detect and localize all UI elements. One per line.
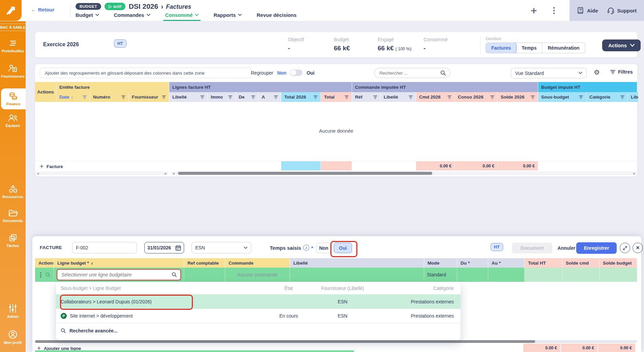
search-icon[interactable] xyxy=(440,70,446,76)
column-conso-2026[interactable]: Conso 2026 xyxy=(455,92,498,102)
view-select[interactable]: Vue Standard xyxy=(511,68,587,78)
collapse-left-icon[interactable]: ‹ xyxy=(91,260,93,266)
column-ref[interactable]: Réf xyxy=(352,92,381,102)
filter-icon[interactable] xyxy=(162,96,166,99)
kebab-menu-icon[interactable]: ⋮ xyxy=(550,6,558,15)
fournisseur-select[interactable]: ESN xyxy=(192,242,251,253)
aide-button[interactable]: Aide xyxy=(577,7,598,14)
regrouper-non[interactable]: Non xyxy=(277,70,286,76)
filter-icon[interactable] xyxy=(228,96,232,99)
add-facture-button[interactable]: + Facture xyxy=(40,163,63,170)
sidebar-item-ressources[interactable]: Ressources xyxy=(0,185,26,199)
col-solde-cmd[interactable]: Solde cmd xyxy=(562,258,599,268)
panel-scrollbar-thumb[interactable] xyxy=(35,340,535,343)
column-categorie[interactable]: Catégorie xyxy=(586,92,628,102)
scroll-left-icon[interactable]: ◄ xyxy=(36,172,39,175)
document-button[interactable]: Document xyxy=(512,243,552,253)
sidebar-item-documents[interactable]: Documents xyxy=(0,209,26,223)
column-cmd-2026[interactable]: Cmd 2026 xyxy=(416,92,455,102)
table-search-input[interactable] xyxy=(379,70,438,76)
filter-icon[interactable] xyxy=(274,96,278,99)
enregistrer-button[interactable]: Enregistrer xyxy=(576,242,617,254)
filter-icon[interactable] xyxy=(83,96,87,99)
row-du-cell[interactable] xyxy=(457,268,488,282)
calendar-icon[interactable] xyxy=(175,245,181,251)
filter-icon[interactable] xyxy=(531,96,535,99)
row-libelle-cell[interactable] xyxy=(290,268,424,282)
tab-temps[interactable]: Temps xyxy=(516,43,542,53)
column-libelle-cmd[interactable]: Libellé xyxy=(381,92,416,102)
column-numero[interactable]: Numéro xyxy=(90,92,129,102)
kebab-menu-icon[interactable]: ⋮ xyxy=(38,271,43,278)
scroll-right-icon[interactable]: ► xyxy=(164,172,167,175)
sidebar-item-admin[interactable]: Admin xyxy=(0,304,26,319)
ligne-budget-search[interactable] xyxy=(57,269,181,280)
scroll-left-icon[interactable]: ◄ xyxy=(172,172,175,175)
dropdown-option-site-internet[interactable]: P Site internet > développement En cours… xyxy=(56,309,461,323)
column-total-2026[interactable]: Total 2026 xyxy=(281,92,321,102)
ht-badge[interactable]: HT xyxy=(491,243,503,251)
app-logo[interactable] xyxy=(0,0,22,21)
regrouper-oui[interactable]: Oui xyxy=(306,70,314,76)
column-date[interactable]: Date↓ xyxy=(56,92,90,102)
tab-remuneration[interactable]: Rémunération xyxy=(542,43,585,53)
column-libelle[interactable]: Libellé xyxy=(169,92,208,102)
expand-icon[interactable]: ⤢ xyxy=(620,243,630,253)
nav-rapports[interactable]: Rapports xyxy=(213,11,242,21)
col-du[interactable]: Du * xyxy=(457,258,488,268)
filter-icon[interactable] xyxy=(314,96,318,99)
column-sous-budget[interactable]: Sous-budget xyxy=(538,92,586,102)
col-ligne-budget[interactable]: Ligne budget * ‹ xyxy=(54,258,184,268)
filter-icon[interactable] xyxy=(200,96,204,99)
info-icon[interactable]: i xyxy=(303,245,309,251)
filter-icon[interactable] xyxy=(345,96,349,99)
add-icon[interactable]: + xyxy=(530,5,537,16)
temps-non-button[interactable]: Non xyxy=(316,243,331,253)
col-total-ht[interactable]: Total HT xyxy=(525,258,562,268)
gear-icon[interactable]: ⚙ xyxy=(594,68,600,76)
row-commande-cell[interactable]: Aucune commande xyxy=(225,268,290,282)
ligne-budget-search-input[interactable] xyxy=(61,272,172,278)
col-au[interactable]: Au * xyxy=(488,258,525,268)
back-button[interactable]: ← Retour xyxy=(31,7,54,12)
temps-oui-button[interactable]: Oui xyxy=(334,243,352,253)
frozen-scrollbar-track[interactable]: ◄ ► xyxy=(35,171,169,175)
nav-revue-decisions[interactable]: Revue décisions xyxy=(257,11,296,21)
actions-button[interactable]: Actions xyxy=(602,39,641,51)
support-button[interactable]: Support xyxy=(607,7,637,15)
scroll-right-icon[interactable]: ► xyxy=(633,172,636,175)
dropdown-option-leonard-dupuis[interactable]: Collaborateurs > Leonard Dupuis (01/2026… xyxy=(56,294,461,309)
search-icon[interactable] xyxy=(46,272,51,277)
sidebar-item-equipes[interactable]: Équipes xyxy=(0,114,26,128)
nav-budget[interactable]: Budget xyxy=(76,11,99,21)
column-de[interactable]: De xyxy=(236,92,259,102)
column-immo[interactable]: Immo xyxy=(208,92,236,102)
row-mode-cell[interactable]: Standard xyxy=(424,268,457,282)
scrollbar-thumb[interactable] xyxy=(178,172,432,175)
panel-scrollbar-track[interactable] xyxy=(35,340,637,343)
col-libelle[interactable]: Libellé xyxy=(290,258,424,268)
filter-icon[interactable] xyxy=(447,96,451,99)
col-commande[interactable]: Commande xyxy=(225,258,290,268)
search-icon[interactable] xyxy=(172,272,177,277)
column-solde-2026[interactable]: Solde 2026 xyxy=(498,92,538,102)
main-scrollbar-track[interactable]: ◄ ► xyxy=(171,171,637,175)
group-drop-zone[interactable]: Ajouter des regroupements en glissant-dé… xyxy=(40,67,252,78)
row-au-cell[interactable] xyxy=(488,268,525,282)
column-total[interactable]: Total xyxy=(321,92,352,102)
filter-icon[interactable] xyxy=(251,96,255,99)
col-mode[interactable]: Mode xyxy=(424,258,457,268)
ht-badge[interactable]: HT xyxy=(114,39,126,48)
row-ref-comptable-cell[interactable] xyxy=(184,268,225,282)
nav-consomme[interactable]: Consommé xyxy=(165,11,199,21)
filter-icon[interactable] xyxy=(373,96,377,99)
sidebar-item-portefeuilles[interactable]: Portefeuilles xyxy=(0,39,26,53)
col-ref-comptable[interactable]: Ref comptable xyxy=(184,258,225,268)
numero-input[interactable] xyxy=(72,242,137,253)
filter-icon[interactable] xyxy=(490,96,494,99)
regrouper-toggle[interactable] xyxy=(290,70,302,76)
filter-icon[interactable] xyxy=(409,96,413,99)
nav-commandes[interactable]: Commandes xyxy=(114,11,150,21)
sidebar-item-finance[interactable]: Finance xyxy=(1,88,26,109)
column-a[interactable]: A xyxy=(259,92,281,102)
